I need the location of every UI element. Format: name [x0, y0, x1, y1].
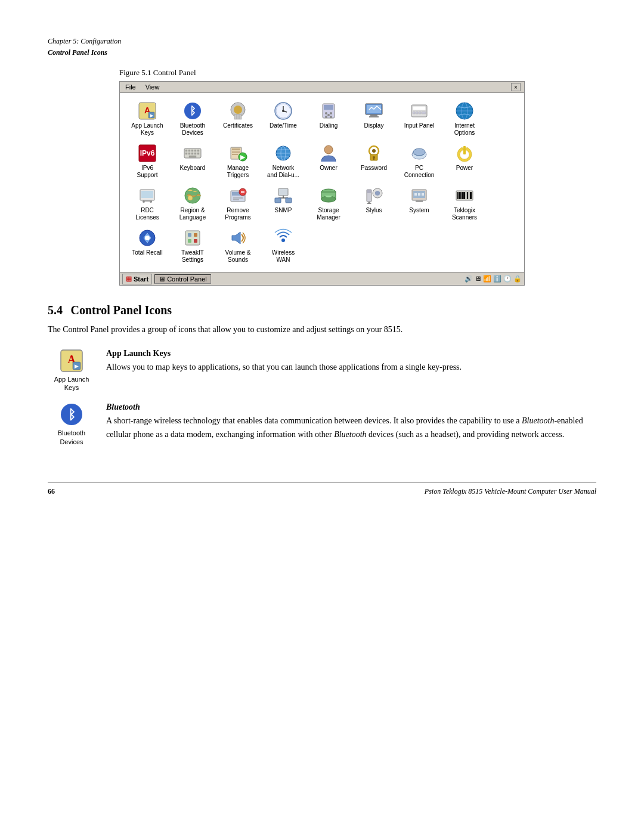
cp-icon-system[interactable]: System	[398, 184, 441, 224]
cp-icon-password[interactable]: Password	[352, 141, 395, 181]
app-launch-desc: Allows you to map keys to applications, …	[106, 361, 596, 374]
cp-icon-bluetooth[interactable]: ᛒ BluetoothDevices	[171, 99, 214, 139]
svg-rect-108	[463, 192, 465, 199]
cp-icon-snmp[interactable]: SNMP	[262, 184, 305, 224]
svg-rect-17	[324, 105, 333, 110]
svg-rect-116	[188, 233, 191, 237]
svg-rect-107	[462, 192, 463, 199]
svg-rect-112	[470, 192, 472, 199]
cp-icon-remove[interactable]: RemovePrograms	[216, 184, 259, 224]
taskbar-item-icon: 🖥	[159, 275, 165, 283]
svg-rect-31	[419, 112, 421, 114]
cp-icon-power[interactable]: Power	[443, 141, 486, 181]
cp-icon-keyboard[interactable]: Keyboard	[171, 141, 214, 181]
cp-icon-tweakit[interactable]: TweakITSettings	[171, 226, 214, 266]
datetime-label: Date/Time	[270, 122, 297, 129]
footer-manual-title: Psion Teklogix 8515 Vehicle-Mount Comput…	[425, 487, 596, 496]
internet-icon	[455, 101, 474, 120]
icon-desc-right-bluetooth: Bluetooth A short-range wireless technol…	[106, 402, 596, 441]
cp-icon-internet[interactable]: InternetOptions	[443, 99, 486, 139]
svg-rect-101	[422, 193, 424, 196]
password-label: Password	[361, 165, 387, 172]
scanners-label: TeklogixScanners	[452, 207, 477, 221]
icon-desc-left-app-launch: A ▶ App LaunchKeys	[48, 349, 95, 392]
stylus-icon	[364, 186, 383, 205]
snmp-label: SNMP	[275, 207, 292, 214]
svg-point-63	[324, 145, 333, 154]
cp-icon-storage[interactable]: StorageManager	[307, 184, 350, 224]
remove-programs-icon	[228, 186, 247, 205]
owner-label: Owner	[320, 165, 337, 172]
figure-caption: Figure 5.1 Control Panel	[119, 68, 596, 78]
cp-icon-volume[interactable]: Volume &Sounds	[216, 226, 259, 266]
svg-rect-44	[194, 150, 196, 151]
wireless-wan-label: WirelessWAN	[272, 249, 295, 264]
keyboard-label: Keyboard	[180, 165, 206, 172]
bluetooth-large-icon: ᛒ	[60, 402, 83, 426]
svg-rect-54	[232, 151, 240, 153]
keyboard-icon	[183, 144, 202, 163]
cp-icon-datetime[interactable]: Date/Time	[262, 99, 305, 139]
input-panel-label: Input Panel	[404, 122, 435, 129]
cp-icon-owner[interactable]: Owner	[307, 141, 350, 181]
cp-icon-pc-connection[interactable]: PCConnection	[398, 141, 441, 181]
region-icon	[183, 186, 202, 205]
pc-connection-label: PCConnection	[404, 165, 435, 179]
svg-rect-49	[194, 153, 196, 154]
svg-rect-53	[232, 148, 240, 150]
cp-close-button[interactable]: ×	[511, 83, 521, 91]
cp-icon-app-launch[interactable]: A ▶ App LaunchKeys	[126, 99, 169, 139]
svg-rect-94	[367, 190, 371, 193]
cp-icon-triggers[interactable]: ▶ ManageTriggers	[216, 141, 259, 181]
cp-icon-input-panel[interactable]: Input Panel	[398, 99, 441, 139]
svg-rect-99	[414, 193, 417, 196]
svg-rect-115	[185, 231, 200, 245]
bluetooth-icon: ᛒ	[183, 101, 202, 120]
cp-icon-region[interactable]: Region &Language	[171, 184, 214, 224]
svg-rect-26	[369, 116, 379, 117]
footer-page-number: 66	[48, 487, 55, 496]
network-icon	[274, 144, 293, 163]
storage-manager-icon	[319, 186, 338, 205]
svg-rect-55	[232, 154, 238, 155]
svg-text:ᛒ: ᛒ	[190, 105, 196, 117]
region-label: Region &Language	[179, 207, 206, 221]
cp-icon-network[interactable]: Networkand Dial-u...	[262, 141, 305, 181]
svg-rect-30	[416, 112, 418, 114]
cp-icon-rdc[interactable]: RDCLicenses	[126, 184, 169, 224]
rdc-label: RDCLicenses	[135, 207, 159, 221]
svg-point-68	[372, 149, 376, 153]
cp-icon-certificates[interactable]: Certificates	[216, 99, 259, 139]
cp-icon-display[interactable]: Display	[352, 99, 395, 139]
cp-icon-dialing[interactable]: Dialing	[307, 99, 350, 139]
cp-icon-total-recall[interactable]: Total Recall	[126, 226, 169, 266]
internet-label: InternetOptions	[454, 122, 475, 137]
triggers-label: ManageTriggers	[227, 165, 249, 179]
rdc-icon	[138, 186, 157, 205]
cp-icon-ipv6[interactable]: IPv6 IPv6Support	[126, 141, 169, 181]
cp-menu-view[interactable]: View	[144, 83, 162, 91]
chapter-title: Chapter 5: Configuration	[48, 36, 596, 47]
svg-point-15	[282, 110, 284, 112]
stylus-label: Stylus	[366, 207, 382, 214]
system-label: System	[409, 207, 429, 214]
svg-point-20	[325, 116, 327, 118]
chapter-section-title: Control Panel Icons	[48, 47, 596, 58]
start-icon: ⊞	[126, 275, 132, 283]
cp-menu-file[interactable]: File	[123, 83, 138, 91]
taskbar-control-panel[interactable]: 🖥 Control Panel	[154, 274, 211, 284]
bluetooth-name: Bluetooth	[106, 402, 596, 412]
svg-point-19	[330, 112, 332, 114]
total-recall-label: Total Recall	[132, 249, 163, 256]
storage-label: StorageManager	[317, 207, 340, 221]
app-launch-large-icon: A ▶	[60, 349, 83, 373]
certificates-label: Certificates	[223, 122, 253, 129]
cp-icon-scanners[interactable]: TeklogixScanners	[443, 184, 486, 224]
taskbar-start-button[interactable]: ⊞ Start	[122, 274, 152, 284]
svg-point-78	[188, 196, 193, 200]
cp-icon-wireless-wan[interactable]: WirelessWAN	[262, 226, 305, 266]
cp-icon-stylus[interactable]: Stylus	[352, 184, 395, 224]
total-recall-icon	[138, 228, 157, 247]
owner-icon	[319, 144, 338, 163]
svg-rect-48	[191, 153, 193, 154]
